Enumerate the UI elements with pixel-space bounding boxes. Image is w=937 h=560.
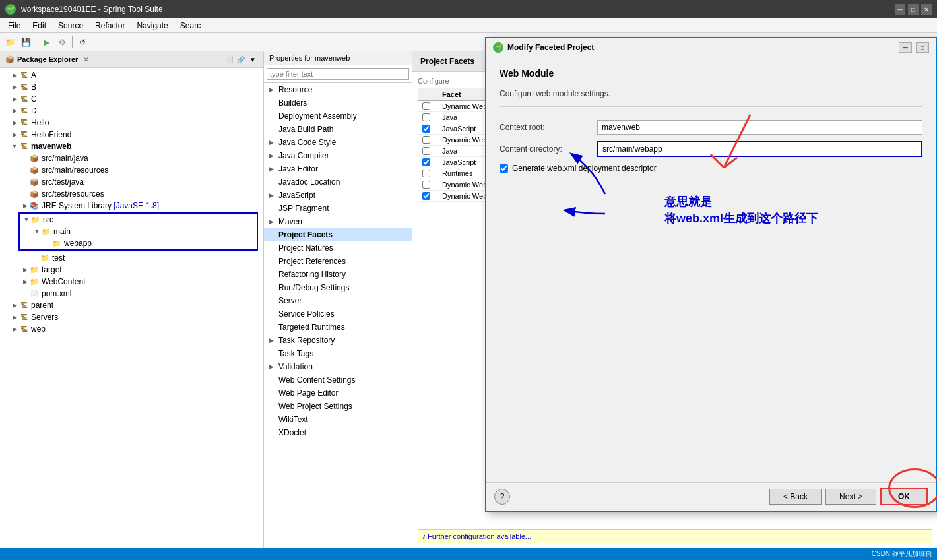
tree-item-src-main-java[interactable]: 📦 src/main/java	[0, 152, 263, 164]
props-item-WebPageEditor[interactable]: Web Page Editor	[264, 387, 412, 400]
checkbox-col1-6[interactable]	[422, 158, 442, 166]
props-item-JavaBuildPath[interactable]: Java Build Path	[264, 123, 412, 136]
toggle-mavenweb[interactable]: ▼	[11, 142, 18, 150]
tree-item-pom[interactable]: 📄 pom.xml	[0, 288, 263, 299]
props-item-TaskRepository[interactable]: ▶ Task Repository	[264, 334, 412, 347]
tree-item-mavenweb[interactable]: ▼ 🏗 mavenweb	[0, 140, 263, 152]
toggle-D[interactable]: ▶	[11, 107, 18, 115]
checkbox-col1-1[interactable]	[422, 102, 442, 110]
props-item-TaskTags[interactable]: Task Tags	[264, 347, 412, 360]
props-item-ProjectNatures[interactable]: Project Natures	[264, 241, 412, 255]
next-button[interactable]: Next >	[825, 489, 876, 505]
toggle-Hello[interactable]: ▶	[11, 119, 18, 127]
props-item-WebContentSettings[interactable]: Web Content Settings	[264, 373, 412, 387]
toolbar-save[interactable]: 💾	[18, 35, 33, 49]
props-item-ServicePolicies[interactable]: Service Policies	[264, 307, 412, 321]
info-text[interactable]: Further configuration available...	[428, 532, 531, 540]
menu-source[interactable]: Source	[53, 20, 88, 32]
tree-item-HelloFriend[interactable]: ▶ 🏗 HelloFriend	[0, 129, 263, 140]
tree-item-main[interactable]: ▼ 📁 main	[20, 226, 257, 237]
tree-item-webapp[interactable]: 📁 webapp	[20, 237, 257, 249]
dialog-close-button[interactable]: □	[916, 42, 929, 53]
tree-item-D[interactable]: ▶ 🏗 D	[0, 105, 263, 117]
minimize-button[interactable]: ─	[895, 4, 905, 15]
tree-item-src-main-resources[interactable]: 📦 src/main/resources	[0, 164, 263, 176]
generate-webxml-checkbox[interactable]	[500, 164, 508, 173]
props-item-ProjectFacets[interactable]: Project Facets	[264, 228, 412, 241]
toolbar-new[interactable]: 📁	[3, 35, 17, 49]
checkbox-col1-4[interactable]	[422, 136, 442, 144]
props-item-Server[interactable]: Server	[264, 294, 412, 307]
menu-refactor[interactable]: Refactor	[90, 20, 130, 32]
menu-file[interactable]: File	[3, 20, 26, 32]
toggle-B[interactable]: ▶	[11, 83, 18, 91]
toggle-target[interactable]: ▶	[21, 266, 29, 274]
link-editor-button[interactable]: 🔗	[236, 54, 246, 65]
props-item-Builders[interactable]: Builders	[264, 96, 412, 109]
props-item-JavadocLocation[interactable]: Javadoc Location	[264, 175, 412, 189]
tree-item-web[interactable]: ▶ 🏗 web	[0, 323, 263, 335]
toggle-Servers[interactable]: ▶	[11, 313, 18, 321]
toolbar-run[interactable]: ▶	[39, 35, 53, 49]
maximize-button[interactable]: □	[908, 4, 919, 15]
tree-item-Servers[interactable]: ▶ 🏗 Servers	[0, 311, 263, 323]
toggle-jre[interactable]: ▶	[21, 202, 29, 210]
props-item-JavaEditor[interactable]: ▶ Java Editor	[264, 162, 412, 175]
toggle-src[interactable]: ▼	[22, 216, 30, 224]
window-controls[interactable]: ─ □ ✕	[895, 4, 932, 15]
props-item-RunDebug[interactable]: Run/Debug Settings	[264, 281, 412, 294]
checkbox-col1-7[interactable]	[422, 170, 442, 177]
panel-menu-button[interactable]: ▼	[247, 54, 258, 65]
checkbox-col1-9[interactable]	[422, 192, 442, 200]
back-button[interactable]: < Back	[769, 489, 822, 505]
tree-item-target[interactable]: ▶ 📁 target	[0, 264, 263, 276]
close-button[interactable]: ✕	[921, 4, 932, 15]
tree-item-B[interactable]: ▶ 🏗 B	[0, 81, 263, 93]
props-item-Resource[interactable]: ▶ Resource	[264, 83, 412, 96]
checkbox-col1-8[interactable]	[422, 181, 442, 189]
props-item-JavaCodeStyle[interactable]: ▶ Java Code Style	[264, 136, 412, 149]
tree-item-src-test-java[interactable]: 📦 src/test/java	[0, 176, 263, 188]
checkbox-col1-2[interactable]	[422, 113, 442, 121]
toggle-webcontent[interactable]: ▶	[21, 278, 29, 286]
tree-item-webcontent[interactable]: ▶ 📁 WebContent	[0, 276, 263, 288]
collapse-all-button[interactable]: ⬜	[224, 54, 234, 65]
toggle-main[interactable]: ▼	[33, 228, 41, 235]
menu-navigate[interactable]: Navigate	[131, 20, 173, 32]
props-item-ProjectReferences[interactable]: Project References	[264, 255, 412, 268]
tree-item-test[interactable]: 📁 test	[0, 252, 263, 264]
dialog-minimize-button[interactable]: ─	[899, 42, 912, 53]
toolbar-refresh[interactable]: ↺	[75, 35, 90, 49]
props-item-JSPFragment[interactable]: JSP Fragment	[264, 202, 412, 215]
menu-search[interactable]: Searc	[175, 20, 206, 32]
checkbox-col1-3[interactable]	[422, 125, 442, 133]
tree-item-Hello[interactable]: ▶ 🏗 Hello	[0, 117, 263, 129]
properties-filter-input[interactable]	[267, 68, 409, 80]
toggle-web[interactable]: ▶	[11, 325, 18, 333]
toggle-HelloFriend[interactable]: ▶	[11, 131, 18, 139]
toggle-parent[interactable]: ▶	[11, 301, 18, 309]
toggle-A[interactable]: ▶	[11, 71, 18, 79]
props-item-TargetedRuntimes[interactable]: Targeted Runtimes	[264, 321, 412, 334]
props-item-JavaCompiler[interactable]: ▶ Java Compiler	[264, 149, 412, 162]
props-item-JavaScript[interactable]: ▶ JavaScript	[264, 189, 412, 202]
help-button[interactable]: ?	[494, 489, 510, 505]
checkbox-col1-5[interactable]	[422, 147, 442, 155]
menu-edit[interactable]: Edit	[27, 20, 51, 32]
tree-item-src-test-resources[interactable]: 📦 src/test/resources	[0, 188, 263, 200]
props-item-Validation[interactable]: ▶ Validation	[264, 360, 412, 373]
props-item-RefactoringHistory[interactable]: Refactoring History	[264, 268, 412, 281]
tree-item-jre[interactable]: ▶ 📚 JRE System Library [JavaSE-1.8]	[0, 200, 263, 212]
ok-button[interactable]: OK	[880, 488, 928, 505]
tree-item-parent[interactable]: ▶ 🏗 parent	[0, 299, 263, 311]
props-item-XDoclet[interactable]: XDoclet	[264, 426, 412, 439]
tree-item-A[interactable]: ▶ 🏗 A	[0, 69, 263, 81]
tree-item-C[interactable]: ▶ 🏗 C	[0, 93, 263, 105]
toggle-C[interactable]: ▶	[11, 95, 18, 103]
props-item-WikiText[interactable]: WikiText	[264, 413, 412, 426]
props-item-WebProjectSettings[interactable]: Web Project Settings	[264, 400, 412, 413]
info-bar[interactable]: i Further configuration available...	[418, 529, 932, 543]
props-item-DeploymentAssembly[interactable]: Deployment Assembly	[264, 109, 412, 123]
tree-item-src[interactable]: ▼ 📁 src	[20, 214, 257, 226]
props-item-Maven[interactable]: ▶ Maven	[264, 215, 412, 228]
